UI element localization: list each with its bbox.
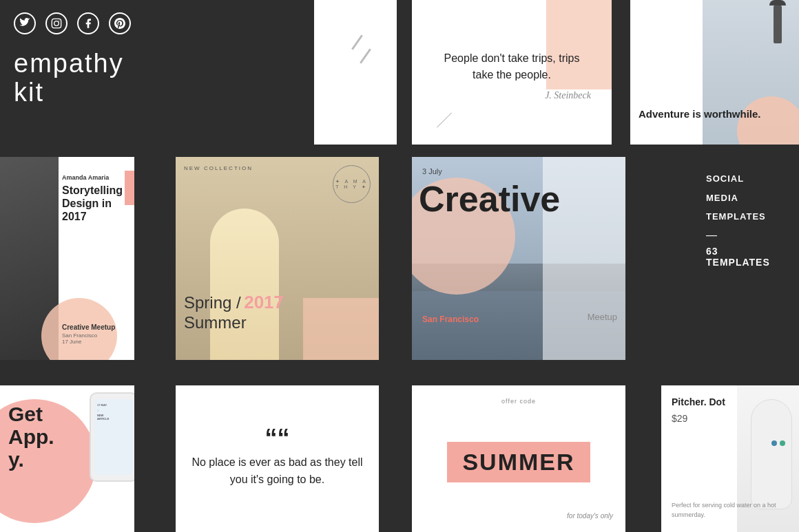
- card-summer-offer: offer code SUMMER for today's only: [412, 385, 625, 532]
- summer-label: Summer: [184, 313, 284, 332]
- today-only: for today's only: [567, 512, 613, 520]
- diagonal-decoration: [437, 113, 452, 128]
- event-info: Creative Meetup San Francisco 17 June: [62, 323, 115, 345]
- storytelling-text: Amanda Amaria Storytelling Design in 201…: [62, 174, 129, 224]
- event-name: Creative Meetup: [62, 323, 115, 331]
- card-top-quote: People don't take trips, trips take the …: [412, 0, 612, 145]
- templates-label: TEMPLATES: [706, 210, 785, 224]
- author-name: Amanda Amaria: [62, 174, 129, 181]
- card-get-app: GetApp.y. 17 MAY 1 NEWARTICLE: [0, 385, 134, 532]
- quote-text: People don't take trips, trips take the …: [412, 43, 612, 90]
- offer-label: offer code: [501, 398, 536, 405]
- template-count: 63 TEMPLATES: [706, 246, 785, 268]
- spring-summer-text: Spring / 2017 Summer: [184, 292, 284, 332]
- card-spring-summer: NEW COLLECTION ✦ A M AT H Y ✦ Spring / 2…: [176, 157, 379, 360]
- slash-line-1: [351, 34, 363, 50]
- spring-slash: Spring / 2017: [184, 292, 284, 313]
- creative-title: Creative: [419, 181, 560, 217]
- dot-blue: [771, 440, 777, 446]
- logo-text: ✦ A M AT H Y ✦: [335, 179, 368, 190]
- card-creative-meetup: 3 July Creative San Francisco Meetup: [412, 157, 625, 360]
- event-location: San Francisco 17 June: [62, 332, 115, 345]
- social-label: SOCIAL: [706, 172, 785, 186]
- card-quote: ““ No place is ever as bad as they tell …: [176, 385, 379, 532]
- meetup-subtitle: Meetup: [588, 312, 617, 322]
- social-icons-row: [14, 12, 145, 34]
- event-date: 3 July: [422, 167, 442, 175]
- card-top-adventure: Adventure is worthwhile.: [630, 0, 799, 145]
- location-text: San Francisco: [422, 314, 479, 326]
- vase-shape: [751, 399, 792, 509]
- phone-screen: 17 MAY 1 NEWARTICLE: [94, 399, 133, 475]
- svg-rect-0: [52, 19, 61, 28]
- slash-line-2: [360, 48, 371, 63]
- pitcher-description: Perfect for serving cold water on a hot …: [672, 501, 789, 520]
- article-title: Storytelling Design in 2017: [62, 184, 129, 224]
- facebook-icon[interactable]: [77, 12, 99, 34]
- pinterest-icon[interactable]: [109, 12, 131, 34]
- pitcher-title: Pitcher. Dot: [672, 396, 725, 407]
- pitcher-dots: [771, 440, 785, 446]
- get-app-text: GetApp.y.: [8, 403, 54, 471]
- open-quote: ““: [265, 429, 290, 449]
- brand-title: empathy kit: [14, 50, 145, 107]
- summer-box: SUMMER: [447, 442, 590, 482]
- circle-logo: ✦ A M AT H Y ✦: [333, 165, 371, 203]
- sidebar-right: SOCIAL MEDIA TEMPLATES — 63 TEMPLATES: [692, 158, 799, 281]
- beach-person: [210, 209, 279, 360]
- instagram-icon[interactable]: [45, 12, 68, 34]
- media-label: MEDIA: [706, 191, 785, 205]
- summer-text: SUMMER: [462, 449, 574, 476]
- twitter-icon[interactable]: [14, 12, 36, 34]
- card-top-slash: [314, 0, 397, 145]
- phone-mockup: 17 MAY 1 NEWARTICLE: [90, 392, 134, 482]
- collection-label: NEW COLLECTION: [184, 165, 253, 171]
- svg-point-2: [59, 21, 59, 21]
- adventure-text: Adventure is worthwhile.: [639, 107, 761, 121]
- quote-author: J. Steinbeck: [412, 90, 612, 101]
- card-pitcher: Pitcher. Dot $29 Perfect for serving col…: [661, 385, 799, 532]
- quote-body: No place is ever as bad as they tell you…: [189, 454, 365, 489]
- card-storytelling: Amanda Amaria Storytelling Design in 201…: [0, 157, 134, 360]
- peach-block: [303, 298, 379, 360]
- dot-teal: [780, 440, 785, 446]
- svg-point-1: [54, 21, 59, 26]
- dash-separator: —: [706, 229, 785, 242]
- pitcher-price: $29: [672, 413, 687, 424]
